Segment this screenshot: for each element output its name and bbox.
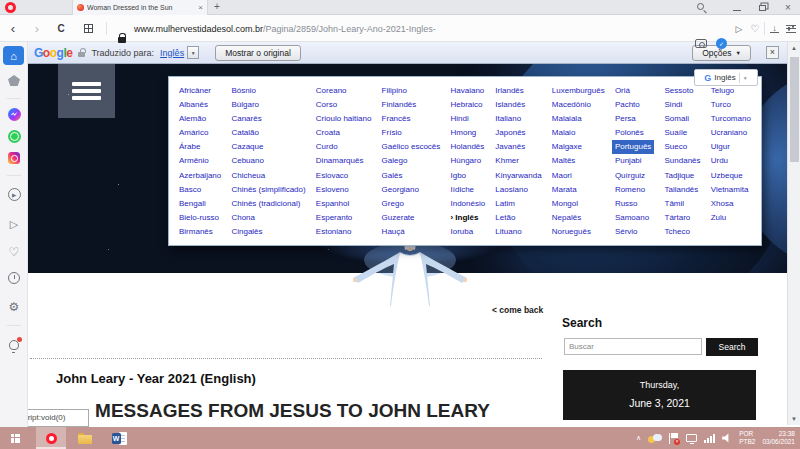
language-option[interactable]: Letão — [495, 211, 515, 225]
language-option[interactable]: Hindi — [450, 112, 468, 126]
history-clock-icon[interactable] — [0, 272, 28, 284]
language-option[interactable]: Hebraico — [450, 98, 482, 112]
instagram-icon[interactable] — [0, 152, 28, 164]
language-option[interactable]: Africâner — [179, 84, 211, 98]
opera-menu-icon[interactable] — [5, 2, 16, 13]
speed-dial-home-icon[interactable]: ⌂ — [3, 46, 24, 65]
easy-setup-bulb-icon[interactable] — [0, 340, 28, 350]
language-option[interactable]: Italiano — [495, 112, 521, 126]
language-option[interactable]: Árabe — [179, 140, 200, 154]
taskbar-opera-button[interactable] — [36, 427, 66, 449]
language-option[interactable]: Tcheco — [665, 225, 690, 239]
workspaces-grid-icon[interactable] — [84, 24, 93, 33]
bookmarks-panel-icon[interactable] — [0, 75, 28, 86]
language-option[interactable]: Croata — [316, 126, 340, 140]
show-original-button[interactable]: Mostrar o original — [215, 45, 301, 61]
language-option[interactable]: Turcomano — [711, 112, 751, 126]
language-option[interactable]: Chinês (simplificado) — [231, 183, 305, 197]
language-option[interactable]: Japonês — [495, 126, 525, 140]
language-option[interactable]: Malgaxe — [552, 140, 582, 154]
whatsapp-icon[interactable] — [0, 130, 28, 143]
translate-bar-close-icon[interactable]: × — [766, 46, 779, 59]
language-option[interactable]: Sueco — [665, 140, 688, 154]
language-option[interactable]: Malaiala — [552, 112, 582, 126]
window-close-button[interactable]: × — [781, 0, 795, 15]
language-option[interactable]: Gaélico escocês — [382, 140, 441, 154]
language-option[interactable]: Sérvio — [615, 225, 638, 239]
language-option[interactable]: Espanhol — [316, 197, 349, 211]
language-option[interactable]: Chinês (tradicional) — [231, 197, 300, 211]
easy-setup-icon[interactable] — [786, 25, 796, 33]
new-tab-button[interactable]: + — [214, 1, 220, 12]
language-option[interactable]: Laosiano — [495, 183, 527, 197]
site-menu-button[interactable] — [58, 64, 115, 118]
language-option[interactable]: Somali — [665, 112, 689, 126]
minimize-button[interactable] — [731, 0, 743, 15]
language-option[interactable]: Hmong — [450, 126, 476, 140]
language-option[interactable]: Amárico — [179, 126, 208, 140]
language-option[interactable]: Canarês — [231, 112, 261, 126]
language-option[interactable]: Khmer — [495, 154, 519, 168]
scrollbar-thumb[interactable] — [790, 57, 799, 162]
language-option[interactable]: Dinamarquês — [316, 154, 364, 168]
clock[interactable]: 23:3803/06/2021 — [762, 430, 795, 447]
language-option[interactable]: Vietnamita — [711, 183, 749, 197]
language-option[interactable]: Zulu — [711, 211, 727, 225]
language-option[interactable]: Irlandês — [495, 84, 523, 98]
settings-gear-icon[interactable]: ⚙ — [0, 300, 28, 314]
messenger-icon[interactable] — [0, 108, 28, 121]
language-option[interactable]: Nepalês — [552, 211, 581, 225]
search-tabs-icon[interactable] — [697, 3, 704, 10]
language-option[interactable]: Suaíle — [665, 126, 688, 140]
language-option[interactable]: Esperanto — [316, 211, 352, 225]
snapshot-icon[interactable] — [695, 39, 707, 48]
pc-status-icon[interactable] — [686, 434, 697, 442]
language-option[interactable]: Marata — [552, 183, 577, 197]
language-option[interactable]: Galês — [382, 169, 403, 183]
language-option[interactable]: Finlandês — [382, 98, 417, 112]
language-option[interactable]: Maltês — [552, 154, 576, 168]
back-button[interactable]: ‹ — [6, 15, 20, 42]
language-option[interactable]: Birmanês — [179, 225, 213, 239]
restore-button[interactable] — [756, 0, 768, 15]
language-option[interactable]: Mongol — [552, 197, 578, 211]
my-flow-icon[interactable]: ▷ — [733, 15, 745, 42]
language-option[interactable]: Samoano — [615, 211, 649, 225]
search-button[interactable]: Search — [706, 338, 758, 356]
language-option[interactable]: Pachto — [615, 98, 640, 112]
start-button[interactable] — [0, 427, 30, 449]
language-option[interactable]: Corso — [316, 98, 337, 112]
scroll-down-icon[interactable]: ▼ — [788, 416, 800, 422]
language-indicator[interactable]: PORPTB2 — [739, 430, 755, 447]
language-option[interactable]: Azerbaijano — [179, 169, 221, 183]
language-option[interactable]: Galego — [382, 154, 408, 168]
downloads-icon[interactable]: ↓ — [769, 15, 780, 42]
language-option[interactable]: Igbo — [450, 169, 466, 183]
bookmark-heart-icon[interactable]: ♡ — [749, 15, 761, 42]
language-option[interactable]: Quírguiz — [615, 169, 645, 183]
language-option[interactable]: Hauçá — [382, 225, 405, 239]
language-option[interactable]: Sindi — [665, 98, 683, 112]
language-option[interactable]: Turco — [711, 98, 731, 112]
language-option[interactable]: Russo — [615, 197, 638, 211]
volume-icon[interactable] — [722, 433, 732, 443]
forward-button[interactable]: › — [30, 15, 44, 42]
language-option[interactable]: Coreano — [316, 84, 347, 98]
tab-close-icon[interactable]: × — [198, 4, 203, 12]
language-option[interactable]: Crioulo haitiano — [316, 112, 372, 126]
come-back-link[interactable]: < come back — [492, 305, 543, 315]
language-option[interactable]: Tâmil — [665, 197, 685, 211]
language-option[interactable]: Filipino — [382, 84, 407, 98]
language-option[interactable]: Basco — [179, 183, 201, 197]
language-option[interactable]: Bengali — [179, 197, 206, 211]
taskbar-word-button[interactable]: W — [104, 427, 134, 449]
language-option[interactable]: Telugo — [711, 84, 735, 98]
language-option[interactable]: Kinyarwanda — [495, 169, 541, 183]
language-option[interactable]: Armênio — [179, 154, 209, 168]
language-option[interactable]: Javanês — [495, 140, 525, 154]
language-option[interactable]: Cebuano — [231, 154, 263, 168]
language-option[interactable]: Punjabi — [615, 154, 642, 168]
network-signal-icon[interactable] — [704, 434, 715, 443]
tray-expand-icon[interactable]: ∧ — [636, 434, 641, 442]
language-option[interactable]: Sundanês — [665, 154, 701, 168]
